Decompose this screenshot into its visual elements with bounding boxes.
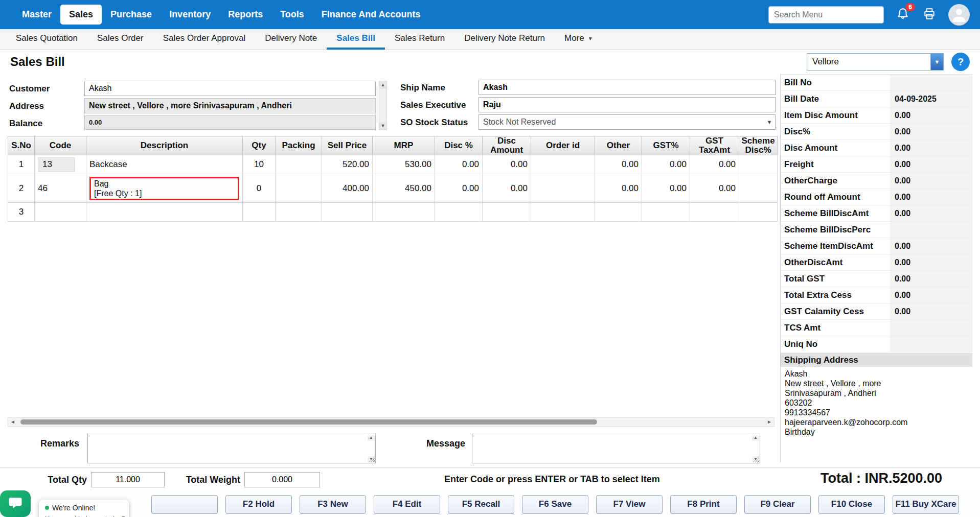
selected-description-highlight[interactable]: Bag [Free Qty : 1] xyxy=(89,177,239,200)
cell-code[interactable]: 46 xyxy=(35,174,86,203)
tab-sales-order-approval[interactable]: Sales Order Approval xyxy=(153,29,256,50)
cell-scheme-disc[interactable] xyxy=(739,155,778,174)
tab-delivery-note[interactable]: Delivery Note xyxy=(255,29,327,50)
nav-item-tools[interactable]: Tools xyxy=(271,5,313,25)
cell-description[interactable]: Bag [Free Qty : 1] xyxy=(86,174,243,203)
f5-recall-button[interactable]: F5 Recall xyxy=(448,495,514,514)
blank-function-button[interactable] xyxy=(151,495,218,514)
cell-description[interactable] xyxy=(86,203,243,222)
cell-sell-price[interactable]: 400.00 xyxy=(322,174,373,203)
scroll-right-icon[interactable]: ► xyxy=(765,418,774,426)
customer-input[interactable] xyxy=(84,81,376,96)
cell-code[interactable] xyxy=(35,203,86,222)
nav-item-reports[interactable]: Reports xyxy=(219,5,271,25)
cell-mrp[interactable]: 530.00 xyxy=(373,155,435,174)
grid-horizontal-scrollbar[interactable]: ◄ ► xyxy=(8,417,774,427)
customer-panel-scrollbar[interactable]: ▲ ▼ xyxy=(379,81,387,130)
cell-disc-amount[interactable]: 0.00 xyxy=(483,155,531,174)
summary-value xyxy=(890,222,972,238)
f10-close-button[interactable]: F10 Close xyxy=(818,495,885,514)
cell-mrp[interactable]: 450.00 xyxy=(373,174,435,203)
cell-gst-pct[interactable]: 0.00 xyxy=(642,155,690,174)
message-textarea[interactable] xyxy=(472,434,760,463)
so-stock-status-value: Stock Not Reserved xyxy=(479,118,764,127)
tab-sales-quotation[interactable]: Sales Quotation xyxy=(6,29,87,50)
top-navigation-bar: Master Sales Purchase Inventory Reports … xyxy=(0,0,980,29)
cell-gst-pct[interactable]: 0.00 xyxy=(642,174,690,203)
ship-name-input[interactable] xyxy=(478,80,776,95)
cell-disc-amount[interactable]: 0.00 xyxy=(483,174,531,203)
col-header-packing: Packing xyxy=(276,136,322,155)
f9-clear-button[interactable]: F9 Clear xyxy=(744,495,811,514)
cell-other[interactable]: 0.00 xyxy=(595,155,642,174)
summary-row: TCS Amt xyxy=(781,320,972,336)
tab-sales-return[interactable]: Sales Return xyxy=(385,29,454,50)
cell-description[interactable]: Backcase xyxy=(86,155,243,174)
nav-item-finance-and-accounts[interactable]: Finance And Accounts xyxy=(313,5,429,25)
chat-status-card[interactable]: We're Online! How may I help you today? xyxy=(39,500,129,517)
nav-item-purchase[interactable]: Purchase xyxy=(102,5,161,25)
tab-sales-bill[interactable]: Sales Bill xyxy=(327,29,385,50)
cell-order-id[interactable] xyxy=(531,155,595,174)
cell-packing[interactable] xyxy=(276,155,322,174)
notification-count-badge: 6 xyxy=(905,3,915,11)
cell-order-id[interactable] xyxy=(531,203,595,222)
cell-sell-price[interactable]: 520.00 xyxy=(322,155,373,174)
help-button[interactable]: ? xyxy=(951,53,970,71)
total-weight-input[interactable] xyxy=(244,472,320,487)
cell-qty[interactable]: 10 xyxy=(243,155,276,174)
search-menu-input[interactable] xyxy=(768,6,884,24)
user-avatar[interactable] xyxy=(948,4,970,26)
cell-other[interactable] xyxy=(595,203,642,222)
scroll-left-icon[interactable]: ◄ xyxy=(8,418,17,426)
f7-view-button[interactable]: F7 View xyxy=(596,495,663,514)
cell-gst-taxamt[interactable]: 0.00 xyxy=(690,174,739,203)
print-button[interactable] xyxy=(922,7,937,22)
summary-row: Item Disc Amount0.00 xyxy=(781,107,972,124)
notifications-button[interactable]: 6 xyxy=(895,7,910,22)
nav-item-master[interactable]: Master xyxy=(13,5,60,25)
cell-gst-pct[interactable] xyxy=(642,203,690,222)
nav-item-inventory[interactable]: Inventory xyxy=(161,5,219,25)
branch-select[interactable]: Vellore ▼ xyxy=(807,53,944,70)
nav-item-sales[interactable]: Sales xyxy=(60,5,102,25)
f3-new-button[interactable]: F3 New xyxy=(300,495,366,514)
cell-disc-pct[interactable]: 0.00 xyxy=(435,155,483,174)
cell-sell-price[interactable] xyxy=(322,203,373,222)
f8-print-button[interactable]: F8 Print xyxy=(670,495,737,514)
cell-other[interactable]: 0.00 xyxy=(595,174,642,203)
cell-disc-pct[interactable]: 0.00 xyxy=(435,174,483,203)
tab-delivery-note-return[interactable]: Delivery Note Return xyxy=(454,29,555,50)
remarks-textarea[interactable] xyxy=(88,434,375,463)
cell-disc-pct[interactable] xyxy=(435,203,483,222)
sales-executive-input[interactable] xyxy=(478,97,776,112)
cell-order-id[interactable] xyxy=(531,174,595,203)
cell-gst-taxamt[interactable] xyxy=(690,203,739,222)
live-chat-button[interactable] xyxy=(0,490,31,517)
tab-more-label: More xyxy=(564,33,584,43)
scroll-up-icon[interactable]: ▲ xyxy=(379,81,386,89)
cell-gst-taxamt[interactable]: 0.00 xyxy=(690,155,739,174)
so-stock-status-select[interactable]: Stock Not Reserved ▼ xyxy=(478,114,776,130)
cell-scheme-disc[interactable] xyxy=(739,203,778,222)
cell-scheme-disc[interactable] xyxy=(739,174,778,203)
summary-row: Scheme ItemDiscAmt0.00 xyxy=(781,238,972,254)
tab-sales-order[interactable]: Sales Order xyxy=(87,29,153,50)
cell-packing[interactable] xyxy=(276,174,322,203)
chat-status-text: We're Online! xyxy=(52,504,95,512)
scroll-down-icon[interactable]: ▼ xyxy=(379,122,386,130)
f11-buy-xcare-button[interactable]: F11 Buy XCare xyxy=(893,495,959,514)
total-qty-input[interactable] xyxy=(91,472,165,487)
cell-disc-amount[interactable] xyxy=(483,203,531,222)
f4-edit-button[interactable]: F4 Edit xyxy=(374,495,440,514)
cell-mrp[interactable] xyxy=(373,203,435,222)
cell-packing[interactable] xyxy=(276,203,322,222)
cell-code[interactable]: 13 xyxy=(35,155,86,174)
cell-qty[interactable] xyxy=(243,203,276,222)
cell-qty[interactable]: 0 xyxy=(243,174,276,203)
f6-save-button[interactable]: F6 Save xyxy=(522,495,588,514)
tab-more[interactable]: More ▼ xyxy=(555,29,603,50)
scrollbar-thumb[interactable] xyxy=(20,419,597,425)
summary-label: Disc% xyxy=(781,124,890,139)
f2-hold-button[interactable]: F2 Hold xyxy=(225,495,292,514)
